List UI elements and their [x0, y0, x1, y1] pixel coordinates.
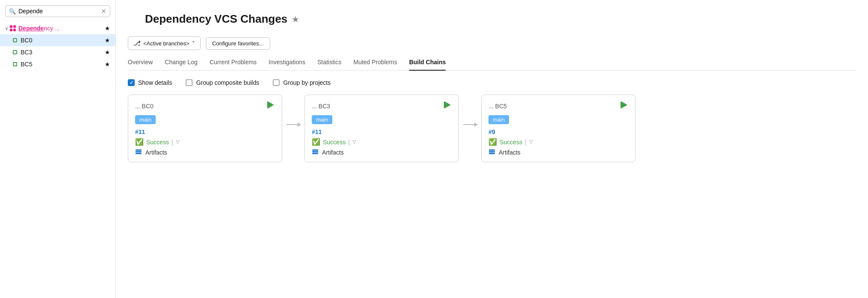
svg-rect-16 — [489, 149, 495, 151]
artifacts-label-bc0[interactable]: Artifacts — [145, 149, 167, 156]
group-by-projects-checkbox[interactable]: Group by projects — [273, 79, 331, 86]
svg-rect-8 — [444, 101, 445, 108]
branch-badge-bc5[interactable]: main — [488, 115, 509, 124]
run-icon-bc0[interactable] — [267, 101, 275, 111]
chain-name-bc0: ... BC0 — [135, 103, 154, 110]
status-divider-bc0: | — [172, 139, 173, 146]
sidebar-item-bc3[interactable]: BC3 ★ — [0, 46, 115, 58]
status-row-bc5: ✅ Success | ▽ — [488, 138, 628, 146]
tab-overview[interactable]: Overview — [128, 59, 153, 71]
svg-rect-4 — [136, 153, 142, 154]
group-composite-checkbox[interactable]: Group composite builds — [186, 79, 259, 86]
options-row: ✓ Show details Group composite builds Gr… — [128, 79, 856, 86]
status-row-bc0: ✅ Success | ▽ — [135, 138, 275, 146]
chain-arrow-0-1 — [282, 120, 304, 129]
svg-rect-18 — [489, 153, 495, 154]
group-by-projects-label: Group by projects — [283, 79, 331, 86]
chain-name-bc5: ... BC5 — [488, 103, 507, 110]
sidebar-item-bc5[interactable]: BC5 ★ — [0, 58, 115, 70]
build-chain-card-bc5: ... BC5 main #9 ✅ Success | ▽ — [481, 95, 636, 162]
svg-marker-13 — [474, 122, 478, 127]
main-content: Dependency VCS Changes ★ ⎇ <Active branc… — [116, 0, 868, 298]
success-icon-bc0: ✅ — [135, 138, 144, 146]
branch-selector-button[interactable]: ⎇ <Active branches> ˅ — [128, 36, 201, 50]
tab-statistics[interactable]: Statistics — [317, 59, 341, 71]
build-square-icon — [13, 38, 17, 42]
run-icon-bc3[interactable] — [444, 101, 452, 111]
chain-header-bc3: ... BC3 — [312, 101, 452, 111]
svg-rect-11 — [312, 153, 318, 154]
success-label-bc3: Success — [323, 139, 346, 146]
build-chain-card-bc3: ... BC3 main #11 ✅ Success | ▽ — [304, 95, 459, 162]
svg-rect-9 — [312, 149, 318, 151]
status-divider-bc5: | — [525, 139, 527, 146]
nav-tabs: Overview Change Log Current Problems Inv… — [128, 59, 856, 71]
svg-rect-15 — [621, 101, 621, 108]
svg-rect-3 — [136, 151, 142, 152]
clear-search-icon[interactable]: ✕ — [101, 8, 106, 15]
branch-icon: ⎇ — [133, 39, 141, 47]
branch-label: <Active branches> — [143, 40, 190, 47]
star-icon[interactable]: ★ — [105, 49, 110, 56]
sidebar-item-label: BC3 — [21, 49, 105, 56]
star-icon[interactable]: ★ — [105, 25, 110, 32]
svg-rect-2 — [136, 149, 142, 151]
status-dropdown-icon-bc3[interactable]: ▽ — [353, 139, 356, 145]
search-box[interactable]: 🔍 ✕ — [5, 5, 110, 17]
build-number-bc5[interactable]: #9 — [488, 128, 628, 135]
svg-rect-17 — [489, 151, 495, 152]
build-chain-card-bc0: ... BC0 main #11 ✅ Success | ▽ — [128, 95, 282, 162]
svg-marker-0 — [268, 101, 274, 108]
status-dropdown-icon-bc5[interactable]: ▽ — [529, 139, 533, 145]
status-divider-bc3: | — [348, 139, 350, 146]
group-by-projects-checkbox-box — [273, 79, 280, 86]
success-label-bc5: Success — [500, 139, 522, 146]
branch-badge-bc3[interactable]: main — [312, 115, 332, 124]
sidebar: 🔍 ✕ ∨ Dependency ... ★ BC0 ★ BC3 ★ BC5 ★ — [0, 0, 116, 298]
success-label-bc0: Success — [146, 139, 169, 146]
svg-marker-7 — [445, 101, 451, 108]
page-header: Dependency VCS Changes ★ — [128, 9, 856, 30]
branch-chevron-icon: ˅ — [192, 40, 195, 47]
sidebar-item-label: BC5 — [21, 61, 105, 68]
tab-investigations[interactable]: Investigations — [268, 59, 305, 71]
svg-rect-1 — [267, 101, 268, 108]
star-icon[interactable]: ★ — [105, 37, 110, 44]
artifacts-icon-bc3 — [312, 149, 319, 156]
status-row-bc3: ✅ Success | ▽ — [312, 138, 452, 146]
group-composite-label: Group composite builds — [196, 79, 259, 86]
sidebar-item-dependency[interactable]: ∨ Dependency ... ★ — [0, 22, 115, 34]
chain-arrow-1-2 — [459, 120, 481, 129]
search-input[interactable] — [18, 8, 99, 15]
tab-muted-problems[interactable]: Muted Problems — [353, 59, 397, 71]
page-star-icon[interactable]: ★ — [292, 14, 299, 24]
artifacts-label-bc5[interactable]: Artifacts — [499, 149, 521, 156]
project-grid-icon — [10, 25, 16, 31]
artifacts-row-bc5: Artifacts — [488, 149, 628, 156]
build-chains-row: ... BC0 main #11 ✅ Success | ▽ — [128, 95, 856, 162]
project-grid-icon-large — [128, 9, 141, 30]
tab-build-chains[interactable]: Build Chains — [409, 59, 446, 71]
star-icon[interactable]: ★ — [105, 61, 110, 68]
show-details-checkbox-box: ✓ — [128, 79, 135, 86]
build-number-bc0[interactable]: #11 — [135, 128, 275, 135]
run-icon-bc5[interactable] — [621, 101, 628, 111]
tab-changelog[interactable]: Change Log — [165, 59, 197, 71]
artifacts-icon-bc0 — [135, 149, 142, 156]
show-details-label: Show details — [138, 79, 172, 86]
artifacts-label-bc3[interactable]: Artifacts — [322, 149, 344, 156]
action-bar: ⎇ <Active branches> ˅ Configure favorite… — [128, 36, 856, 50]
build-square-icon — [13, 62, 17, 66]
sidebar-item-label: Dependency ... — [18, 25, 105, 32]
show-details-checkbox[interactable]: ✓ Show details — [128, 79, 172, 86]
search-icon: 🔍 — [9, 8, 16, 15]
branch-badge-bc0[interactable]: main — [135, 115, 156, 124]
tab-current-problems[interactable]: Current Problems — [210, 59, 257, 71]
artifacts-row-bc0: Artifacts — [135, 149, 275, 156]
status-dropdown-icon-bc0[interactable]: ▽ — [176, 139, 179, 145]
build-number-bc3[interactable]: #11 — [312, 128, 452, 135]
sidebar-item-bc0[interactable]: BC0 ★ — [0, 34, 115, 46]
configure-favorites-button[interactable]: Configure favorites... — [206, 37, 270, 50]
group-composite-checkbox-box — [186, 79, 193, 86]
success-icon-bc5: ✅ — [488, 138, 497, 146]
